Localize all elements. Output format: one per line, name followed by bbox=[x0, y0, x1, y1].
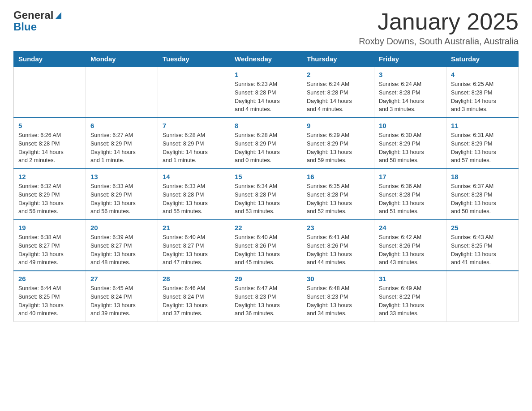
calendar-cell: 4Sunrise: 6:25 AM Sunset: 8:28 PM Daylig… bbox=[446, 67, 519, 118]
day-number: 3 bbox=[379, 71, 442, 78]
calendar-cell: 8Sunrise: 6:28 AM Sunset: 8:29 PM Daylig… bbox=[230, 118, 302, 169]
day-number: 11 bbox=[451, 122, 514, 129]
page-title: January 2025 bbox=[359, 9, 519, 34]
calendar-cell: 31Sunrise: 6:49 AM Sunset: 8:22 PM Dayli… bbox=[374, 271, 446, 322]
calendar-cell: 22Sunrise: 6:40 AM Sunset: 8:26 PM Dayli… bbox=[230, 220, 302, 271]
calendar-cell: 16Sunrise: 6:35 AM Sunset: 8:28 PM Dayli… bbox=[302, 169, 374, 220]
day-number: 1 bbox=[235, 71, 297, 78]
calendar-cell bbox=[86, 67, 158, 118]
days-of-week-row: Sunday Monday Tuesday Wednesday Thursday… bbox=[14, 51, 519, 67]
day-info: Sunrise: 6:24 AM Sunset: 8:28 PM Dayligh… bbox=[379, 80, 442, 114]
day-number: 10 bbox=[379, 122, 442, 129]
day-info: Sunrise: 6:25 AM Sunset: 8:28 PM Dayligh… bbox=[451, 80, 514, 114]
calendar-week-1: 1Sunrise: 6:23 AM Sunset: 8:28 PM Daylig… bbox=[14, 67, 519, 118]
day-info: Sunrise: 6:33 AM Sunset: 8:28 PM Dayligh… bbox=[163, 182, 225, 216]
calendar-body: 1Sunrise: 6:23 AM Sunset: 8:28 PM Daylig… bbox=[14, 67, 519, 322]
day-number: 16 bbox=[307, 173, 369, 180]
calendar-cell: 26Sunrise: 6:44 AM Sunset: 8:25 PM Dayli… bbox=[14, 271, 86, 322]
title-area: January 2025 Roxby Downs, South Australi… bbox=[359, 9, 519, 47]
day-info: Sunrise: 6:29 AM Sunset: 8:29 PM Dayligh… bbox=[307, 131, 369, 165]
calendar-cell bbox=[158, 67, 230, 118]
header-wednesday: Wednesday bbox=[230, 51, 302, 67]
day-number: 25 bbox=[451, 224, 514, 231]
calendar-cell: 7Sunrise: 6:28 AM Sunset: 8:29 PM Daylig… bbox=[158, 118, 230, 169]
day-number: 15 bbox=[235, 173, 297, 180]
day-number: 26 bbox=[18, 275, 81, 283]
day-number: 13 bbox=[90, 173, 153, 180]
calendar-cell: 11Sunrise: 6:31 AM Sunset: 8:29 PM Dayli… bbox=[446, 118, 519, 169]
day-info: Sunrise: 6:24 AM Sunset: 8:28 PM Dayligh… bbox=[307, 80, 369, 114]
day-number: 23 bbox=[307, 224, 369, 231]
day-number: 31 bbox=[379, 275, 442, 283]
calendar-cell: 19Sunrise: 6:38 AM Sunset: 8:27 PM Dayli… bbox=[14, 220, 86, 271]
day-number: 22 bbox=[235, 224, 297, 231]
day-number: 27 bbox=[90, 275, 153, 283]
calendar-cell bbox=[446, 271, 519, 322]
calendar-cell: 3Sunrise: 6:24 AM Sunset: 8:28 PM Daylig… bbox=[374, 67, 446, 118]
day-info: Sunrise: 6:34 AM Sunset: 8:28 PM Dayligh… bbox=[235, 182, 297, 216]
header-thursday: Thursday bbox=[302, 51, 374, 67]
calendar-cell: 9Sunrise: 6:29 AM Sunset: 8:29 PM Daylig… bbox=[302, 118, 374, 169]
day-info: Sunrise: 6:42 AM Sunset: 8:26 PM Dayligh… bbox=[379, 233, 442, 267]
logo: General Blue bbox=[13, 9, 61, 33]
day-info: Sunrise: 6:37 AM Sunset: 8:28 PM Dayligh… bbox=[451, 182, 514, 216]
day-info: Sunrise: 6:44 AM Sunset: 8:25 PM Dayligh… bbox=[18, 284, 81, 318]
day-info: Sunrise: 6:28 AM Sunset: 8:29 PM Dayligh… bbox=[163, 131, 225, 165]
day-info: Sunrise: 6:49 AM Sunset: 8:22 PM Dayligh… bbox=[379, 284, 442, 318]
day-info: Sunrise: 6:30 AM Sunset: 8:29 PM Dayligh… bbox=[379, 131, 442, 165]
calendar-cell: 17Sunrise: 6:36 AM Sunset: 8:28 PM Dayli… bbox=[374, 169, 446, 220]
calendar-cell bbox=[14, 67, 86, 118]
day-number: 20 bbox=[90, 224, 153, 231]
day-info: Sunrise: 6:32 AM Sunset: 8:29 PM Dayligh… bbox=[18, 182, 81, 216]
calendar-cell: 20Sunrise: 6:39 AM Sunset: 8:27 PM Dayli… bbox=[86, 220, 158, 271]
calendar-week-2: 5Sunrise: 6:26 AM Sunset: 8:28 PM Daylig… bbox=[14, 118, 519, 169]
day-info: Sunrise: 6:28 AM Sunset: 8:29 PM Dayligh… bbox=[235, 131, 297, 165]
day-info: Sunrise: 6:45 AM Sunset: 8:24 PM Dayligh… bbox=[90, 284, 153, 318]
day-number: 7 bbox=[163, 122, 225, 129]
calendar-cell: 6Sunrise: 6:27 AM Sunset: 8:29 PM Daylig… bbox=[86, 118, 158, 169]
day-number: 21 bbox=[163, 224, 225, 231]
calendar-cell: 29Sunrise: 6:47 AM Sunset: 8:23 PM Dayli… bbox=[230, 271, 302, 322]
day-info: Sunrise: 6:46 AM Sunset: 8:24 PM Dayligh… bbox=[163, 284, 225, 318]
day-info: Sunrise: 6:33 AM Sunset: 8:29 PM Dayligh… bbox=[90, 182, 153, 216]
calendar-week-5: 26Sunrise: 6:44 AM Sunset: 8:25 PM Dayli… bbox=[14, 271, 519, 322]
day-info: Sunrise: 6:47 AM Sunset: 8:23 PM Dayligh… bbox=[235, 284, 297, 318]
calendar-cell: 1Sunrise: 6:23 AM Sunset: 8:28 PM Daylig… bbox=[230, 67, 302, 118]
calendar-cell: 24Sunrise: 6:42 AM Sunset: 8:26 PM Dayli… bbox=[374, 220, 446, 271]
logo-triangle-icon bbox=[54, 11, 61, 19]
day-info: Sunrise: 6:27 AM Sunset: 8:29 PM Dayligh… bbox=[90, 131, 153, 165]
header-saturday: Saturday bbox=[446, 51, 519, 67]
day-number: 2 bbox=[307, 71, 369, 78]
day-info: Sunrise: 6:35 AM Sunset: 8:28 PM Dayligh… bbox=[307, 182, 369, 216]
day-number: 8 bbox=[235, 122, 297, 129]
day-number: 18 bbox=[451, 173, 514, 180]
header-friday: Friday bbox=[374, 51, 446, 67]
day-info: Sunrise: 6:48 AM Sunset: 8:23 PM Dayligh… bbox=[307, 284, 369, 318]
page-header: General Blue January 2025 Roxby Downs, S… bbox=[13, 9, 519, 47]
calendar-header: Sunday Monday Tuesday Wednesday Thursday… bbox=[14, 51, 519, 67]
day-number: 12 bbox=[18, 173, 81, 180]
header-tuesday: Tuesday bbox=[158, 51, 230, 67]
calendar-cell: 23Sunrise: 6:41 AM Sunset: 8:26 PM Dayli… bbox=[302, 220, 374, 271]
calendar-cell: 2Sunrise: 6:24 AM Sunset: 8:28 PM Daylig… bbox=[302, 67, 374, 118]
day-number: 14 bbox=[163, 173, 225, 180]
svg-marker-0 bbox=[55, 12, 61, 19]
calendar-week-4: 19Sunrise: 6:38 AM Sunset: 8:27 PM Dayli… bbox=[14, 220, 519, 271]
calendar-table: Sunday Monday Tuesday Wednesday Thursday… bbox=[13, 51, 519, 322]
calendar-cell: 5Sunrise: 6:26 AM Sunset: 8:28 PM Daylig… bbox=[14, 118, 86, 169]
day-number: 9 bbox=[307, 122, 369, 129]
calendar-cell: 10Sunrise: 6:30 AM Sunset: 8:29 PM Dayli… bbox=[374, 118, 446, 169]
day-number: 24 bbox=[379, 224, 442, 231]
header-monday: Monday bbox=[86, 51, 158, 67]
calendar-cell: 18Sunrise: 6:37 AM Sunset: 8:28 PM Dayli… bbox=[446, 169, 519, 220]
day-info: Sunrise: 6:43 AM Sunset: 8:25 PM Dayligh… bbox=[451, 233, 514, 267]
day-number: 19 bbox=[18, 224, 81, 231]
day-info: Sunrise: 6:26 AM Sunset: 8:28 PM Dayligh… bbox=[18, 131, 81, 165]
logo-general-text: General bbox=[13, 9, 53, 21]
calendar-cell: 13Sunrise: 6:33 AM Sunset: 8:29 PM Dayli… bbox=[86, 169, 158, 220]
day-info: Sunrise: 6:41 AM Sunset: 8:26 PM Dayligh… bbox=[307, 233, 369, 267]
header-sunday: Sunday bbox=[14, 51, 86, 67]
calendar-cell: 21Sunrise: 6:40 AM Sunset: 8:27 PM Dayli… bbox=[158, 220, 230, 271]
calendar-cell: 25Sunrise: 6:43 AM Sunset: 8:25 PM Dayli… bbox=[446, 220, 519, 271]
day-info: Sunrise: 6:40 AM Sunset: 8:27 PM Dayligh… bbox=[163, 233, 225, 267]
